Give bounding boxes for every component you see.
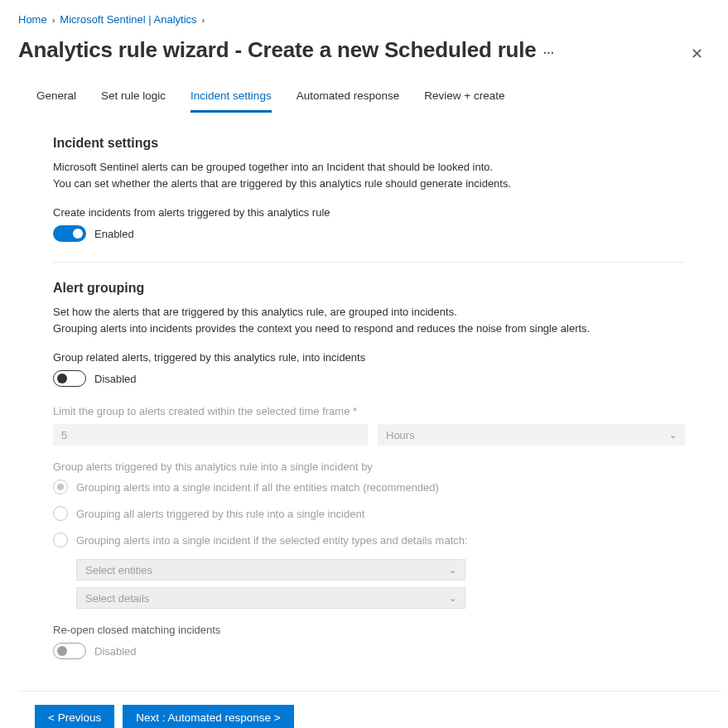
radio-entities-match[interactable] xyxy=(53,480,68,494)
radio-selected-types-label: Grouping alerts into a single incident i… xyxy=(76,534,468,547)
close-icon[interactable]: ✕ xyxy=(691,38,721,63)
tab-automated-response[interactable]: Automated response xyxy=(297,83,400,113)
incident-settings-heading: Incident settings xyxy=(53,136,685,151)
create-incidents-toggle[interactable] xyxy=(53,225,86,242)
chevron-right-icon: › xyxy=(52,15,55,25)
limit-timeframe-unit-select[interactable]: Hours ⌄ xyxy=(378,424,685,446)
breadcrumb-home[interactable]: Home xyxy=(18,13,47,26)
create-incidents-state: Enabled xyxy=(94,228,134,240)
group-related-state: Disabled xyxy=(94,373,137,385)
incident-settings-desc: Microsoft Sentinel alerts can be grouped… xyxy=(53,159,685,191)
select-details[interactable]: Select details ⌄ xyxy=(76,587,465,609)
group-into-single-label: Group alerts triggered by this analytics… xyxy=(53,460,685,473)
tab-incident-settings[interactable]: Incident settings xyxy=(190,83,272,113)
reopen-state: Disabled xyxy=(94,645,137,658)
limit-timeframe-input[interactable]: 5 xyxy=(53,424,368,446)
footer-divider xyxy=(18,691,721,692)
group-related-label: Group related alerts, triggered by this … xyxy=(53,351,685,364)
create-incidents-label: Create incidents from alerts triggered b… xyxy=(53,206,685,219)
more-icon[interactable]: … xyxy=(543,43,557,56)
chevron-down-icon: ⌄ xyxy=(669,430,677,441)
radio-selected-types[interactable] xyxy=(53,533,68,547)
select-entities[interactable]: Select entities ⌄ xyxy=(76,559,465,581)
tab-general[interactable]: General xyxy=(36,83,76,113)
next-button[interactable]: Next : Automated response > xyxy=(123,705,293,728)
radio-all-alerts[interactable] xyxy=(53,506,68,521)
reopen-label: Re-open closed matching incidents xyxy=(53,624,685,636)
page-title: Analytics rule wizard - Create a new Sch… xyxy=(18,37,557,63)
breadcrumb-sentinel[interactable]: Microsoft Sentinel | Analytics xyxy=(60,13,196,26)
limit-timeframe-label: Limit the group to alerts created within… xyxy=(53,405,685,417)
tab-review-create[interactable]: Review + create xyxy=(424,83,504,113)
chevron-down-icon: ⌄ xyxy=(449,593,456,604)
previous-button[interactable]: < Previous xyxy=(35,705,114,728)
tab-set-rule-logic[interactable]: Set rule logic xyxy=(101,83,166,113)
tabs: General Set rule logic Incident settings… xyxy=(18,78,721,113)
radio-all-alerts-label: Grouping all alerts triggered by this ru… xyxy=(76,508,364,520)
radio-entities-match-label: Grouping alerts into a single incident i… xyxy=(76,481,439,494)
chevron-down-icon: ⌄ xyxy=(449,565,456,576)
reopen-toggle[interactable] xyxy=(53,643,86,659)
chevron-right-icon: › xyxy=(202,15,205,25)
group-related-toggle[interactable] xyxy=(53,370,86,387)
breadcrumb: Home › Microsoft Sentinel | Analytics › xyxy=(18,0,721,32)
alert-grouping-heading: Alert grouping xyxy=(53,281,685,296)
alert-grouping-desc: Set how the alerts that are triggered by… xyxy=(53,304,685,336)
